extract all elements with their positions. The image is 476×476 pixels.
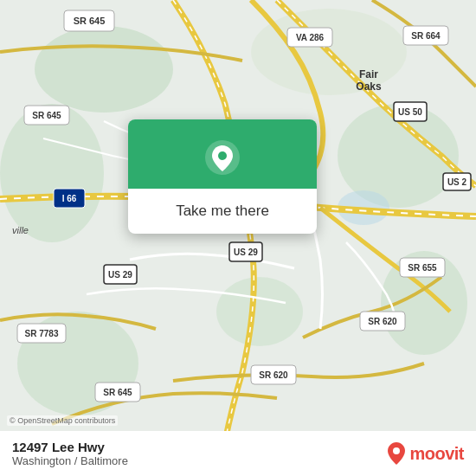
svg-text:US 2: US 2 bbox=[447, 177, 467, 187]
svg-text:Oaks: Oaks bbox=[356, 80, 382, 93]
svg-text:US 50: US 50 bbox=[398, 107, 422, 117]
svg-text:SR 645: SR 645 bbox=[103, 388, 132, 397]
moovit-logo: moovit bbox=[387, 441, 464, 466]
bottom-bar: 12497 Lee Hwy Washington / Baltimore moo… bbox=[0, 431, 476, 476]
svg-text:SR 664: SR 664 bbox=[411, 31, 441, 41]
svg-text:SR 620: SR 620 bbox=[259, 370, 288, 380]
svg-text:SR 620: SR 620 bbox=[368, 317, 397, 326]
svg-text:I 66: I 66 bbox=[62, 194, 77, 203]
map-container: SR 645 VA 286 SR 664 SR 645 I 66 I 66 US… bbox=[0, 0, 476, 476]
svg-text:SR 7783: SR 7783 bbox=[25, 329, 59, 338]
svg-text:SR 645: SR 645 bbox=[74, 16, 106, 26]
svg-point-5 bbox=[216, 277, 303, 346]
svg-text:US 29: US 29 bbox=[234, 248, 258, 257]
map-svg: SR 645 VA 286 SR 664 SR 645 I 66 I 66 US… bbox=[0, 0, 476, 476]
take-me-there-button[interactable]: Take me there bbox=[169, 201, 276, 222]
svg-point-42 bbox=[218, 151, 227, 160]
city-line: Washington / Baltimore bbox=[12, 454, 128, 467]
address-info: 12497 Lee Hwy Washington / Baltimore bbox=[12, 440, 128, 467]
svg-point-43 bbox=[393, 447, 400, 454]
moovit-logo-text: moovit bbox=[409, 444, 464, 464]
location-pin-icon bbox=[203, 138, 241, 177]
popup-card: Take me there bbox=[128, 119, 317, 234]
svg-text:SR 645: SR 645 bbox=[32, 111, 61, 120]
svg-text:SR 655: SR 655 bbox=[408, 263, 437, 273]
popup-bottom[interactable]: Take me there bbox=[128, 189, 317, 234]
svg-text:VA 286: VA 286 bbox=[296, 33, 325, 42]
svg-text:Fair: Fair bbox=[359, 68, 378, 80]
moovit-pin-icon bbox=[387, 441, 406, 466]
svg-text:US 29: US 29 bbox=[108, 270, 132, 280]
address-line: 12497 Lee Hwy bbox=[12, 440, 128, 454]
openstreetmap-credit: © OpenStreetMap contributors bbox=[7, 415, 118, 426]
svg-point-0 bbox=[35, 26, 173, 113]
svg-text:ville: ville bbox=[12, 225, 29, 235]
popup-top bbox=[128, 119, 317, 189]
